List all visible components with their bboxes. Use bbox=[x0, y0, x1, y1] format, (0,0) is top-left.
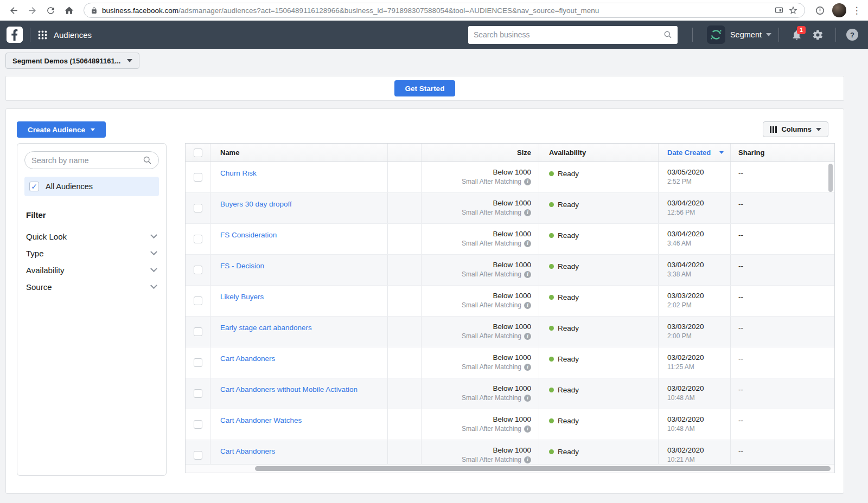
audience-name-link[interactable]: Churn Risk bbox=[220, 162, 257, 177]
audience-name-link[interactable]: FS Consideration bbox=[220, 224, 277, 239]
browser-reload-icon[interactable] bbox=[42, 2, 59, 18]
check-icon: ✓ bbox=[31, 183, 37, 190]
audience-name-link[interactable]: Cart Abandoner Watches bbox=[220, 409, 302, 424]
settings-gear-icon[interactable] bbox=[812, 29, 824, 41]
chevron-down-icon bbox=[150, 265, 157, 272]
apps-grid-icon[interactable] bbox=[37, 30, 48, 40]
info-icon[interactable]: i bbox=[524, 240, 531, 247]
audience-name-link[interactable]: Buyers 30 day dropoff bbox=[220, 193, 292, 208]
ready-status-dot bbox=[549, 326, 554, 331]
browser-home-icon[interactable] bbox=[61, 2, 77, 18]
segment-logo-icon[interactable] bbox=[707, 25, 725, 44]
size-note: Small After Matching bbox=[462, 363, 521, 371]
table-row: Early stage cart abandoners Below 1000 S… bbox=[186, 317, 834, 347]
sharing-value: -- bbox=[738, 193, 743, 208]
help-icon[interactable]: ? bbox=[846, 29, 858, 41]
all-audiences-checkbox[interactable]: ✓ bbox=[29, 182, 39, 191]
filter-item-source[interactable]: Source bbox=[17, 279, 166, 295]
browser-forward-icon[interactable] bbox=[24, 2, 40, 18]
vertical-scrollbar-thumb[interactable] bbox=[828, 164, 833, 192]
audience-name-link[interactable]: Cart Abandoners bbox=[220, 347, 275, 363]
info-icon[interactable]: i bbox=[524, 425, 531, 433]
info-icon[interactable]: i bbox=[524, 178, 531, 185]
audience-name-link[interactable]: Early stage cart abandoners bbox=[220, 317, 312, 332]
sharing-value: -- bbox=[738, 224, 743, 239]
address-bar[interactable]: business.facebook.com/adsmanager/audienc… bbox=[84, 3, 805, 18]
header-size[interactable]: Size bbox=[422, 144, 539, 162]
info-icon[interactable]: i bbox=[524, 395, 531, 402]
filter-item-quick-look[interactable]: Quick Look bbox=[17, 228, 166, 245]
chevron-down-icon bbox=[150, 282, 157, 289]
name-search-input[interactable] bbox=[31, 156, 138, 165]
business-search-box[interactable] bbox=[468, 26, 678, 44]
audience-name-link[interactable]: FS - Decision bbox=[220, 255, 264, 270]
all-audiences-item[interactable]: ✓ All Audiences bbox=[24, 177, 159, 196]
info-icon[interactable]: i bbox=[524, 302, 531, 309]
time-created-value: 2:52 PM bbox=[667, 178, 704, 185]
header-spacer bbox=[388, 144, 422, 162]
audiences-table: Name Size Availability Date Created Shar… bbox=[185, 143, 835, 473]
caret-down-icon[interactable] bbox=[766, 33, 771, 36]
facebook-logo-icon[interactable] bbox=[7, 27, 23, 43]
size-note: Small After Matching bbox=[462, 240, 521, 247]
size-note: Small After Matching bbox=[462, 456, 521, 463]
row-checkbox[interactable] bbox=[194, 266, 202, 274]
info-icon[interactable]: i bbox=[524, 364, 531, 371]
row-checkbox[interactable] bbox=[194, 389, 202, 398]
business-search-input[interactable] bbox=[474, 30, 663, 39]
columns-button[interactable]: Columns bbox=[763, 121, 828, 137]
caret-down-icon bbox=[816, 128, 821, 131]
size-value: Below 1000 bbox=[422, 168, 531, 176]
bookmark-star-icon[interactable] bbox=[788, 5, 798, 15]
row-checkbox[interactable] bbox=[194, 358, 202, 367]
device-icon[interactable] bbox=[774, 5, 784, 15]
size-value: Below 1000 bbox=[422, 261, 531, 269]
header-name[interactable]: Name bbox=[210, 144, 388, 162]
extension-info-icon[interactable] bbox=[812, 2, 828, 18]
nav-divider bbox=[835, 28, 836, 42]
size-value: Below 1000 bbox=[422, 199, 531, 207]
row-checkbox[interactable] bbox=[194, 451, 202, 460]
browser-menu-icon[interactable]: ⋮ bbox=[851, 5, 863, 16]
date-created-value: 03/05/2020 bbox=[667, 168, 704, 176]
size-note: Small After Matching bbox=[462, 209, 521, 216]
info-icon[interactable]: i bbox=[524, 271, 531, 278]
ad-account-selector[interactable]: Segment Demos (15064891161... bbox=[5, 53, 139, 69]
row-checkbox[interactable] bbox=[194, 204, 202, 212]
header-availability[interactable]: Availability bbox=[539, 144, 659, 162]
business-account-name[interactable]: Segment bbox=[730, 30, 762, 39]
audience-name-link[interactable]: Cart Abandoners without Mobile Activatio… bbox=[220, 378, 358, 394]
table-row: Buyers 30 day dropoff Below 1000 Small A… bbox=[186, 193, 834, 224]
header-date-created[interactable]: Date Created bbox=[659, 144, 731, 162]
info-icon[interactable]: i bbox=[524, 456, 531, 463]
browser-back-icon[interactable] bbox=[5, 2, 22, 18]
size-note: Small After Matching bbox=[462, 332, 521, 340]
row-checkbox[interactable] bbox=[194, 420, 202, 429]
filter-item-type[interactable]: Type bbox=[17, 245, 166, 262]
table-row: Cart Abandoner Watches Below 1000 Small … bbox=[186, 409, 834, 440]
row-checkbox[interactable] bbox=[194, 296, 202, 305]
get-started-button[interactable]: Get Started bbox=[394, 80, 456, 96]
audience-name-link[interactable]: Likely Buyers bbox=[220, 286, 264, 301]
row-checkbox[interactable] bbox=[194, 327, 202, 336]
notifications-bell-icon[interactable]: 1 bbox=[791, 29, 802, 41]
availability-value: Ready bbox=[558, 231, 579, 240]
audience-name-link[interactable]: Cart Abandoners bbox=[220, 440, 275, 455]
row-checkbox[interactable] bbox=[194, 235, 202, 243]
name-search-box[interactable] bbox=[24, 151, 159, 169]
browser-toolbar: business.facebook.com/adsmanager/audienc… bbox=[0, 0, 868, 21]
browser-profile-avatar[interactable] bbox=[832, 3, 846, 17]
row-checkbox[interactable] bbox=[194, 173, 202, 182]
header-sharing[interactable]: Sharing bbox=[731, 144, 834, 162]
info-icon[interactable]: i bbox=[524, 209, 531, 216]
sharing-value: -- bbox=[738, 286, 743, 301]
filter-item-label: Availability bbox=[26, 266, 65, 275]
filter-item-availability[interactable]: Availability bbox=[17, 262, 166, 279]
select-all-checkbox[interactable] bbox=[194, 149, 202, 157]
date-created-value: 03/04/2020 bbox=[667, 199, 704, 207]
info-icon[interactable]: i bbox=[524, 333, 531, 340]
horizontal-scrollbar-thumb[interactable] bbox=[255, 466, 831, 471]
create-audience-button[interactable]: Create Audience bbox=[17, 121, 106, 138]
ready-status-dot bbox=[549, 449, 554, 454]
all-audiences-label: All Audiences bbox=[46, 182, 93, 191]
